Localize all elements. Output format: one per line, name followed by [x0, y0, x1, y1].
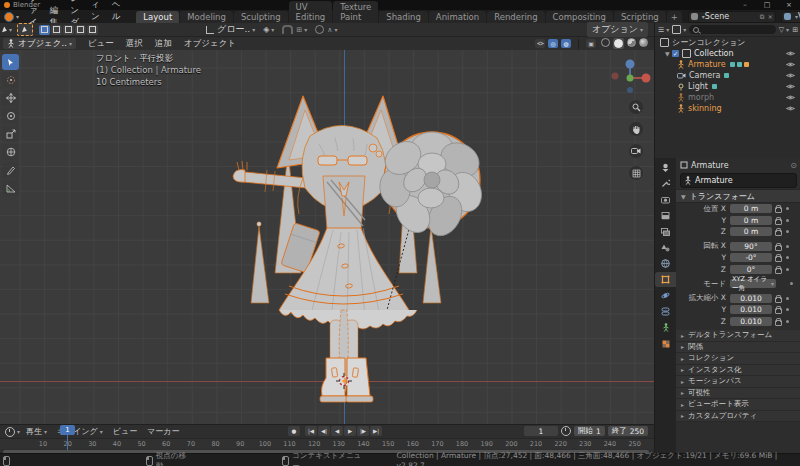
tab-sculpting[interactable]: Sculpting — [234, 11, 288, 23]
rotation-z-field[interactable]: 0° — [730, 265, 772, 274]
xray-toggle[interactable]: ▣ — [586, 39, 596, 48]
object-menu[interactable]: オブジェクト — [178, 38, 242, 50]
play-button[interactable]: ▶ — [344, 426, 356, 436]
proportional-edit-toggle[interactable] — [315, 25, 324, 34]
active-tool-dropdown[interactable]: ▾ — [3, 26, 12, 33]
tab-animation[interactable]: Animation — [429, 11, 486, 23]
navigation-gizmo[interactable] — [608, 56, 652, 100]
tab-scene[interactable] — [655, 240, 676, 255]
tab-physics[interactable] — [655, 288, 676, 303]
section-relations[interactable]: ▸関係 — [676, 342, 800, 354]
marker-menu[interactable]: マーカー — [143, 426, 183, 437]
select-intersect-button[interactable] — [87, 25, 98, 35]
animate-dot-icon[interactable] — [786, 245, 789, 248]
current-frame-field[interactable]: 1 — [524, 426, 558, 436]
tab-object-data[interactable] — [655, 320, 676, 335]
minimize-button[interactable]: – — [734, 1, 756, 9]
tab-world[interactable] — [655, 256, 676, 271]
frame-start-field[interactable]: 開始1 — [574, 426, 605, 436]
annotate-tool[interactable] — [2, 162, 19, 178]
section-collections[interactable]: ▸コレクション — [676, 353, 800, 365]
ortho-perspective-button[interactable] — [629, 166, 643, 180]
hide-eye-icon[interactable] — [786, 50, 795, 57]
tab-texture-paint[interactable]: Texture Paint — [333, 1, 378, 23]
select-box-tool[interactable] — [2, 54, 19, 70]
rotation-mode-dropdown[interactable]: XYZ オイラー角▾ — [730, 279, 776, 288]
scale-y-field[interactable]: 0.010 — [730, 305, 772, 314]
outliner-new-collection-button[interactable]: ⊞ — [792, 26, 798, 34]
rotation-x-field[interactable]: 90° — [730, 242, 772, 251]
lock-icon[interactable] — [775, 268, 782, 274]
hide-eye-icon[interactable] — [786, 94, 795, 101]
next-keyframe-button[interactable]: |▶ — [357, 426, 369, 436]
camera-view-button[interactable] — [629, 144, 643, 158]
wireframe-shading-button[interactable] — [601, 38, 610, 47]
new-scene-icon[interactable]: ⧉ — [760, 13, 765, 21]
lock-icon[interactable] — [775, 297, 782, 303]
pivot-point-dropdown[interactable]: ◈▾ — [263, 25, 274, 34]
hide-eye-icon[interactable] — [786, 83, 795, 90]
outliner-display-mode-dropdown[interactable]: ▾ — [672, 25, 686, 34]
close-button[interactable]: × — [778, 1, 800, 9]
properties-editor-type-button[interactable] — [655, 160, 676, 175]
gizmo-x-axis[interactable] — [642, 74, 651, 83]
add-menu[interactable]: 追加 — [149, 38, 178, 50]
location-z-field[interactable]: 0 m — [730, 227, 772, 236]
animate-dot-icon[interactable] — [786, 308, 789, 311]
mode-dropdown[interactable]: オブジェク.. ▾ — [3, 38, 76, 49]
lock-icon[interactable] — [775, 256, 782, 262]
timeline-editor-type-button[interactable]: ▾ — [5, 427, 20, 437]
gizmo-z-axis[interactable] — [626, 60, 635, 69]
location-y-field[interactable]: 0 m — [730, 216, 772, 225]
tab-layout[interactable]: Layout — [136, 11, 179, 23]
outliner-row-scene-collection[interactable]: シーンコレクション — [655, 37, 800, 48]
scene-selector[interactable]: ▾ Scene ⧉ × — [688, 11, 776, 23]
outliner-row-camera[interactable]: Camera — [655, 70, 800, 81]
outliner-filter-button[interactable]: ▽▾ — [779, 26, 789, 34]
transform-panel-header[interactable]: ▼ トランスフォーム — [676, 189, 800, 203]
animate-dot-icon[interactable] — [786, 297, 789, 300]
character-model[interactable] — [215, 58, 550, 408]
play-reverse-button[interactable]: ◀ — [331, 426, 343, 436]
outliner-search-input[interactable] — [689, 25, 775, 34]
section-visibility[interactable]: ▸可視性 — [676, 388, 800, 400]
auto-key-button[interactable]: ● — [288, 426, 300, 436]
select-box-tool-button[interactable] — [17, 23, 33, 36]
select-set-button[interactable] — [39, 25, 50, 35]
rotate-tool[interactable] — [2, 108, 19, 124]
rotation-y-field[interactable]: -0° — [730, 253, 772, 262]
section-viewport-display[interactable]: ▸ビューポート表示 — [676, 399, 800, 411]
timeline-view-menu[interactable]: ビュー — [109, 426, 141, 437]
blender-menu-button[interactable]: ▾ — [0, 12, 23, 22]
timeline-ruler[interactable]: 1020304050607080901001101201301401501601… — [0, 438, 654, 449]
animate-dot-icon[interactable] — [790, 282, 793, 285]
tab-uv-editing[interactable]: UV Editing — [289, 1, 333, 23]
pan-button[interactable] — [629, 122, 643, 136]
gizmo-neg-x-axis[interactable] — [612, 73, 619, 80]
options-button[interactable]: オプション▾ — [587, 22, 648, 37]
location-x-field[interactable]: 0 m — [730, 204, 772, 213]
animate-dot-icon[interactable] — [786, 219, 789, 222]
playback-menu[interactable]: 再生▾ — [22, 426, 51, 437]
solid-shading-button[interactable] — [613, 38, 624, 49]
outliner-row-light[interactable]: Light — [655, 81, 800, 92]
tab-output[interactable] — [655, 208, 676, 223]
add-workspace-button[interactable]: + — [667, 11, 682, 23]
jump-to-start-button[interactable]: |◀ — [305, 426, 317, 436]
object-name-field[interactable]: Armature — [680, 173, 797, 188]
lock-icon[interactable] — [775, 207, 782, 213]
scale-tool[interactable] — [2, 126, 19, 142]
tab-view-layer[interactable] — [655, 224, 676, 239]
lock-icon[interactable] — [775, 320, 782, 326]
section-motion-paths[interactable]: ▸モーションパス — [676, 376, 800, 388]
section-custom-properties[interactable]: ▸カスタムプロパティ — [676, 411, 800, 423]
overlays-dropdown[interactable]: ◍ — [561, 39, 571, 48]
select-invert-button[interactable] — [75, 25, 86, 35]
animate-dot-icon[interactable] — [786, 207, 789, 210]
animate-dot-icon[interactable] — [786, 256, 789, 259]
view-menu[interactable]: ビュー — [82, 38, 120, 50]
animate-dot-icon[interactable] — [786, 230, 789, 233]
section-instancing[interactable]: ▸インスタンス化 — [676, 365, 800, 377]
playhead-badge[interactable]: 1 — [60, 425, 75, 435]
transform-tool[interactable] — [2, 144, 19, 160]
